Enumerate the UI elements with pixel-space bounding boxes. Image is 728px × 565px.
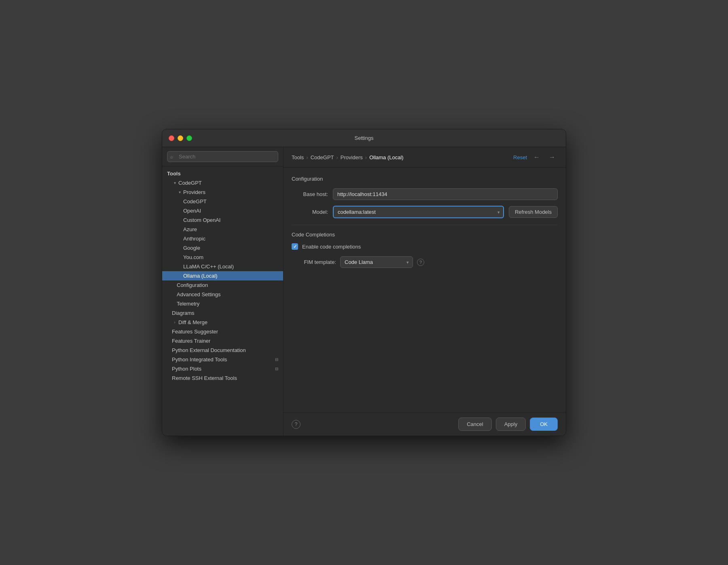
divider <box>292 225 558 225</box>
enable-completions-checkbox[interactable]: ✓ <box>292 243 298 250</box>
python-external-docs-label: Python External Documentation <box>172 347 278 353</box>
breadcrumb-tools: Tools <box>292 154 304 160</box>
sub-items-icon: ⊟ <box>275 367 278 371</box>
openai-label: OpenAI <box>183 208 278 214</box>
fim-template-label: FIM template: <box>292 259 336 265</box>
traffic-lights <box>169 135 192 141</box>
python-plots-label: Python Plots <box>172 366 273 372</box>
python-integrated-tools-label: Python Integrated Tools <box>172 356 273 363</box>
configuration-label: Configuration <box>177 282 278 288</box>
settings-window: Settings ⌕ Tools ▾ CodeGPT <box>162 129 566 436</box>
sidebar-item-openai[interactable]: OpenAI <box>162 206 283 215</box>
search-wrapper: ⌕ <box>167 151 278 162</box>
forward-button[interactable]: → <box>546 153 558 162</box>
sidebar-tools-header: Tools <box>162 169 283 178</box>
ollama-local-label: Ollama (Local) <box>183 273 278 279</box>
enable-completions-label: Enable code completions <box>302 244 361 250</box>
sidebar-item-codegpt-provider[interactable]: CodeGPT <box>162 197 283 206</box>
footer-left: ? <box>292 420 301 429</box>
diff-merge-label: Diff & Merge <box>178 319 278 325</box>
footer-right: Cancel Apply OK <box>458 417 558 431</box>
sub-items-icon: ⊟ <box>275 357 278 362</box>
codegpt-label: CodeGPT <box>178 180 278 186</box>
breadcrumb-codegpt: CodeGPT <box>311 154 334 160</box>
google-label: Google <box>183 245 278 251</box>
refresh-models-button[interactable]: Refresh Models <box>509 206 558 218</box>
back-button[interactable]: ← <box>531 153 542 162</box>
close-button[interactable] <box>169 135 174 141</box>
sidebar-item-configuration[interactable]: Configuration <box>162 280 283 290</box>
telemetry-label: Telemetry <box>177 301 278 307</box>
reset-button[interactable]: Reset <box>513 154 527 160</box>
base-host-input[interactable] <box>333 188 558 200</box>
sidebar-item-diagrams[interactable]: Diagrams <box>162 308 283 318</box>
apply-button[interactable]: Apply <box>496 417 526 431</box>
breadcrumb-sep-3: › <box>365 154 367 160</box>
youcom-label: You.com <box>183 254 278 260</box>
sidebar-item-custom-openai[interactable]: Custom OpenAI <box>162 215 283 225</box>
sidebar-item-remote-ssh[interactable]: Remote SSH External Tools <box>162 373 283 383</box>
checkmark-icon: ✓ <box>293 244 297 249</box>
sidebar-item-anthropic[interactable]: Anthropic <box>162 234 283 243</box>
search-icon: ⌕ <box>170 154 173 160</box>
header-actions: Reset ← → <box>513 153 558 162</box>
sidebar-item-codegpt[interactable]: ▾ CodeGPT <box>162 178 283 188</box>
sidebar-item-google[interactable]: Google <box>162 243 283 253</box>
breadcrumb-current: Ollama (Local) <box>369 154 404 160</box>
chevron-down-icon: ▾ <box>177 190 182 195</box>
sidebar-item-python-external-docs[interactable]: Python External Documentation <box>162 346 283 355</box>
panel-body: Configuration Base host: Model: codellam… <box>284 168 566 412</box>
sidebar-item-llama-local[interactable]: LLaMA C/C++ (Local) <box>162 262 283 271</box>
anthropic-label: Anthropic <box>183 236 278 242</box>
breadcrumb-sep-2: › <box>336 154 338 160</box>
sidebar-item-telemetry[interactable]: Telemetry <box>162 299 283 308</box>
minimize-button[interactable] <box>178 135 183 141</box>
base-host-label: Base host: <box>292 191 328 197</box>
help-icon[interactable]: ? <box>417 259 424 266</box>
fim-template-select[interactable]: Code Llama <box>340 256 413 268</box>
code-completions-title: Code Completions <box>292 232 558 238</box>
providers-label: Providers <box>183 189 278 195</box>
sidebar-item-python-plots[interactable]: Python Plots ⊟ <box>162 364 283 373</box>
sidebar-item-azure[interactable]: Azure <box>162 225 283 234</box>
azure-label: Azure <box>183 226 278 232</box>
sidebar-tree: Tools ▾ CodeGPT ▾ Providers CodeGPT <box>162 167 283 436</box>
model-row: Model: codellama:latest ▾ Refresh Models <box>292 206 558 218</box>
sidebar-item-youcom[interactable]: You.com <box>162 253 283 262</box>
configuration-section-title: Configuration <box>292 176 558 182</box>
panel-header: Tools › CodeGPT › Providers › Ollama (Lo… <box>284 147 566 168</box>
ok-button[interactable]: OK <box>530 417 558 431</box>
model-select-wrapper: codellama:latest ▾ <box>333 206 504 218</box>
right-panel: Tools › CodeGPT › Providers › Ollama (Lo… <box>284 147 566 436</box>
model-label: Model: <box>292 209 328 215</box>
base-host-row: Base host: <box>292 188 558 200</box>
sidebar-item-python-integrated-tools[interactable]: Python Integrated Tools ⊟ <box>162 355 283 364</box>
fim-select-wrapper: Code Llama ▾ <box>340 256 413 268</box>
title-bar: Settings <box>162 129 566 147</box>
model-select[interactable]: codellama:latest <box>333 206 504 218</box>
sidebar-item-ollama-local[interactable]: Ollama (Local) <box>162 271 283 280</box>
sidebar-item-features-suggester[interactable]: Features Suggester <box>162 327 283 336</box>
features-trainer-label: Features Trainer <box>172 338 278 344</box>
features-suggester-label: Features Suggester <box>172 329 278 335</box>
cancel-button[interactable]: Cancel <box>458 417 491 431</box>
sidebar: ⌕ Tools ▾ CodeGPT ▾ Providers <box>162 147 284 436</box>
window-title: Settings <box>355 135 374 141</box>
fim-template-row: FIM template: Code Llama ▾ ? <box>292 256 558 268</box>
sidebar-item-diff-merge[interactable]: › Diff & Merge <box>162 318 283 327</box>
chevron-right-icon: › <box>172 320 178 325</box>
sidebar-item-features-trainer[interactable]: Features Trainer <box>162 336 283 346</box>
sidebar-item-advanced-settings[interactable]: Advanced Settings <box>162 290 283 299</box>
breadcrumb-sep-1: › <box>306 154 308 160</box>
help-button[interactable]: ? <box>292 420 301 429</box>
custom-openai-label: Custom OpenAI <box>183 217 278 223</box>
search-bar: ⌕ <box>162 147 283 167</box>
codegpt-provider-label: CodeGPT <box>183 198 278 204</box>
sidebar-item-providers[interactable]: ▾ Providers <box>162 188 283 197</box>
footer: ? Cancel Apply OK <box>284 412 566 436</box>
main-content: ⌕ Tools ▾ CodeGPT ▾ Providers <box>162 147 566 436</box>
maximize-button[interactable] <box>186 135 192 141</box>
llama-local-label: LLaMA C/C++ (Local) <box>183 264 278 270</box>
remote-ssh-label: Remote SSH External Tools <box>172 375 278 381</box>
search-input[interactable] <box>167 151 278 162</box>
